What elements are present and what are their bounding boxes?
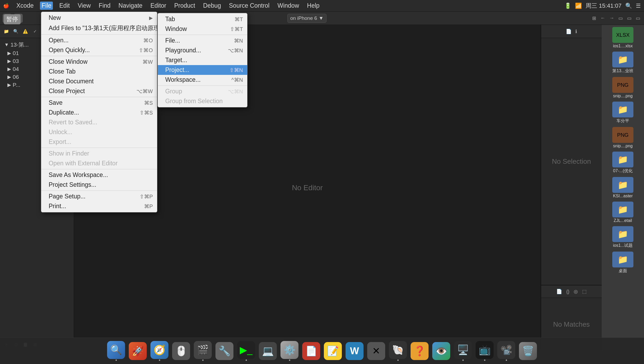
submenu-project[interactable]: Project... ⇧⌘N [158,65,247,75]
menu-unlock-label: Unlock... [49,129,72,136]
menubar-view[interactable]: View [76,2,92,10]
menu-open-quickly-shortcut: ⇧⌘O [139,47,153,53]
menu-export-label: Export... [49,138,71,145]
menu-item-close-doc[interactable]: Close Document [41,76,157,86]
menu-item-show-finder[interactable]: Show in Finder [41,149,157,158]
menu-item-page-setup[interactable]: Page Setup... ⇧⌘P [41,192,157,201]
menu-sep1 [41,34,157,35]
menu-sep4 [41,148,157,148]
submenu-tab-label: Tab [165,16,175,23]
menu-print-shortcut: ⌘P [144,203,153,210]
submenu-tab-shortcut: ⌘T [234,16,243,22]
submenu-target-label: Target... [165,57,187,64]
submenu-file[interactable]: File... ⌘N [158,36,247,46]
menu-close-window-shortcut: ⌘W [142,59,153,65]
menu-revert-label: Revert to Saved... [49,119,97,126]
menu-close-project-shortcut: ⌥⌘W [136,88,153,94]
menu-item-project-settings[interactable]: Project Settings... [41,180,157,190]
menubar-search-icon[interactable]: 🔍 [625,3,632,9]
apple-menu[interactable]: 🍎 [3,3,9,9]
submenu-group-selection[interactable]: Group from Selection [158,96,247,106]
submenu-project-shortcut: ⇧⌘N [229,67,243,73]
new-arrow-icon: ▶ [149,15,153,21]
menubar-battery-icon: 🔋 [564,3,571,9]
submenu-playground[interactable]: Playground... ⌥⌘N [158,46,247,55]
submenu-group-label: Group [165,88,182,95]
menu-duplicate-label: Duplicate... [49,109,79,116]
menubar-help[interactable]: Help [305,2,321,10]
menu-item-open-quickly[interactable]: Open Quickly... ⇧⌘O [41,45,157,55]
menu-page-setup-label: Page Setup... [49,193,85,200]
submenu-window-label: Window [165,25,187,33]
new-submenu: Tab ⌘T Window ⇧⌘T File... ⌘N Playground.… [158,13,247,107]
menu-open-quickly-label: Open Quickly... [49,47,90,54]
menu-item-open-external[interactable]: Open with External Editor [41,158,157,168]
menu-open-external-label: Open with External Editor [49,160,118,167]
submenu-workspace[interactable]: Workspace... ^⌘N [158,75,247,85]
menubar-window[interactable]: Window [276,2,301,10]
menu-item-unlock[interactable]: Unlock... [41,127,157,137]
menu-show-finder-label: Show in Finder [49,150,89,157]
submenu-group-shortcut: ⌥⌘N [228,88,243,95]
menu-duplicate-shortcut: ⇧⌘S [140,110,153,116]
menu-item-duplicate[interactable]: Duplicate... ⇧⌘S [41,108,157,117]
menubar-xcode[interactable]: Xcode [15,2,35,10]
menubar-find[interactable]: Find [97,2,112,10]
menu-close-tab-label: Close Tab [49,68,76,75]
menu-item-add-files[interactable]: Add Files to "13-第1天(应用程序启动原理)"... ⌥⌘A [41,23,157,34]
menu-sep2 [41,56,157,56]
menu-item-new[interactable]: New ▶ Tab ⌘T Window ⇧⌘T File... ⌘N [41,13,157,23]
menu-item-save-workspace[interactable]: Save As Workspace... [41,170,157,180]
submenu-window[interactable]: Window ⇧⌘T [158,24,247,34]
menu-sep6 [41,190,157,191]
submenu-project-label: Project... [165,66,189,74]
submenu-file-shortcut: ⌘N [234,38,243,44]
menu-close-window-label: Close Window [49,58,88,65]
submenu-sep2 [158,85,247,86]
menu-item-close-window[interactable]: Close Window ⌘W [41,57,157,67]
menu-close-project-label: Close Project [49,88,85,95]
menu-item-close-tab[interactable]: Close Tab [41,67,157,76]
menu-save-workspace-label: Save As Workspace... [49,171,108,179]
menubar-edit[interactable]: Edit [58,2,71,10]
menu-close-doc-label: Close Document [49,78,94,85]
submenu-group-selection-label: Group from Selection [165,98,223,105]
menubar-editor[interactable]: Editor [149,2,168,10]
submenu-sep1 [158,35,247,35]
menubar-wifi-icon: 📶 [575,3,582,9]
menu-open-shortcut: ⌘O [143,37,153,44]
menu-item-print[interactable]: Print... ⌘P [41,201,157,211]
menu-item-save[interactable]: Save ⌘S [41,98,157,108]
submenu-workspace-shortcut: ^⌘N [231,77,243,83]
menu-item-revert[interactable]: Revert to Saved... [41,117,157,127]
menubar-file[interactable]: File [40,2,53,10]
menubar-product[interactable]: Product [173,2,197,10]
menubar-source-control[interactable]: Source Control [227,2,271,10]
menu-print-label: Print... [49,203,66,210]
menu-add-files-label: Add Files to "13-第1天(应用程序启动原理)"... [49,24,169,32]
submenu-window-shortcut: ⇧⌘T [230,26,243,32]
menubar-time: 周三 15:41:07 [586,2,622,10]
menu-item-close-project[interactable]: Close Project ⌥⌘W [41,86,157,96]
submenu-group[interactable]: Group ⌥⌘N [158,87,247,96]
menu-open-label: Open... [49,37,68,44]
menu-project-settings-label: Project Settings... [49,181,96,188]
menu-item-export[interactable]: Export... [41,137,157,147]
submenu-tab[interactable]: Tab ⌘T [158,14,247,24]
submenu-workspace-label: Workspace... [165,76,201,83]
menubar-menu-icon[interactable]: ☰ [636,3,641,9]
menu-overlay: New ▶ Tab ⌘T Window ⇧⌘T File... ⌘N [0,12,644,364]
menu-item-open[interactable]: Open... ⌘O [41,35,157,45]
menu-save-label: Save [49,99,62,106]
menu-page-setup-shortcut: ⇧⌘P [140,193,153,200]
menubar-right-area: 🔋 📶 周三 15:41:07 🔍 ☰ [564,2,641,10]
menubar: 🍎 Xcode File Edit View Find Navigate Edi… [0,0,644,12]
menu-sep3 [41,97,157,97]
menubar-navigate[interactable]: Navigate [117,2,144,10]
submenu-target[interactable]: Target... [158,55,247,65]
menubar-debug[interactable]: Debug [201,2,223,10]
submenu-playground-shortcut: ⌥⌘N [228,47,243,54]
submenu-file-label: File... [165,37,180,44]
menu-new-label: New [49,14,61,21]
menu-save-shortcut: ⌘S [144,100,153,106]
